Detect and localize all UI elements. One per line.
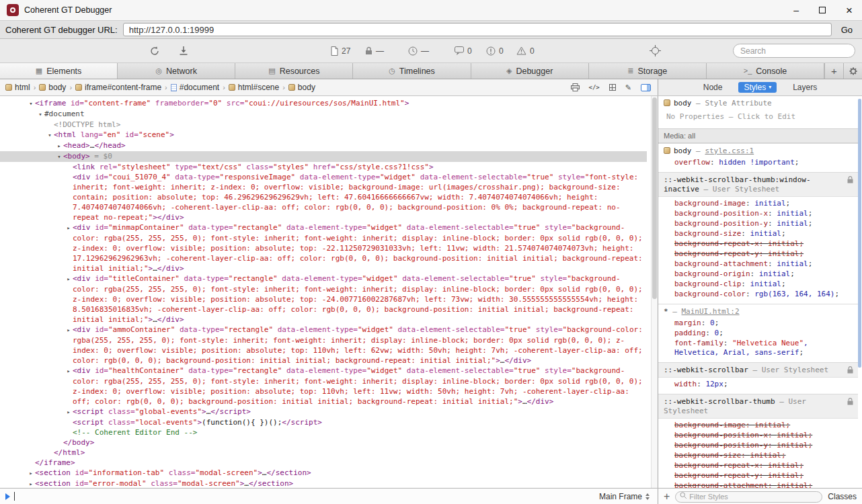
print-icon[interactable] (571, 83, 580, 91)
tab-resources[interactable]: ▤Resources (235, 63, 353, 79)
dom-tree-line[interactable]: ▸<div id="healthContainer" data-type="re… (0, 366, 647, 407)
search-input[interactable] (733, 44, 855, 58)
close-button[interactable]: × (846, 5, 853, 16)
disclosure-closed-icon[interactable]: ▸ (65, 325, 73, 335)
style-rule-header[interactable]: * — MainUI.html:2 (658, 304, 858, 319)
css-property[interactable]: width: 12px; (658, 380, 858, 390)
breadcrumb-item[interactable]: body (288, 83, 315, 92)
css-property[interactable]: background-size: initial; (658, 229, 858, 239)
dom-tree-line[interactable]: <!DOCTYPE html> (0, 120, 647, 130)
add-panel-button[interactable]: + (824, 63, 843, 79)
css-property[interactable]: background-image: initial; (658, 421, 858, 431)
disclosure-closed-icon[interactable]: ▸ (65, 407, 73, 417)
disclosure-open-icon[interactable]: ▾ (55, 152, 63, 162)
dom-tree-line[interactable]: ▸<section id="error-modal" class="modal-… (0, 478, 647, 488)
dom-tree-line[interactable]: ▾#document (0, 109, 647, 120)
css-property[interactable]: background-position-y: initial; (658, 441, 858, 451)
tab-elements[interactable]: ▦Elements (0, 63, 118, 79)
dom-tree-line[interactable]: ▸<div id="titleContainer" data-type="rec… (0, 274, 647, 325)
css-property[interactable]: background-repeat-y: initial; (658, 249, 858, 259)
tab-storage[interactable]: ≣Storage (589, 63, 707, 79)
disclosure-open-icon[interactable]: ▾ (27, 99, 35, 109)
dom-tree-line[interactable]: <div id="coui_51070_4" data-type="respon… (0, 172, 647, 222)
breadcrumb-item[interactable]: html#scene (229, 83, 279, 92)
style-rule-header[interactable]: body — Style Attribute (658, 96, 858, 110)
reload-button[interactable] (149, 39, 160, 62)
dom-tree-line[interactable]: </html> (0, 448, 647, 458)
css-property[interactable]: background-clip: initial; (658, 280, 858, 290)
sidebar-tab-layers[interactable]: Layers (793, 83, 817, 92)
css-property[interactable]: background-size: initial; (658, 451, 858, 461)
style-rule-header[interactable]: ::-webkit-scrollbar-thumb:window-inactiv… (658, 173, 858, 197)
dom-tree-line[interactable]: ▸<section id="information-tab" class="mo… (0, 468, 647, 478)
rule-source[interactable]: MainUI.html:2 (682, 307, 740, 316)
dom-tree-line[interactable]: </body> (0, 437, 647, 448)
grid-overlay-icon[interactable] (609, 84, 616, 91)
rule-source[interactable]: style.css:1 (705, 146, 754, 155)
url-input[interactable] (123, 23, 832, 36)
filter-styles-input[interactable] (675, 491, 822, 503)
show-source-icon[interactable]: </> (589, 84, 600, 91)
dom-tree-line[interactable]: <link rel="stylesheet" type="text/css" c… (0, 162, 647, 172)
minimize-button[interactable]: – (793, 5, 799, 15)
css-property[interactable]: background-repeat-x: initial; (658, 239, 858, 249)
breadcrumb-item[interactable]: html (5, 83, 30, 92)
breadcrumb-item[interactable]: #document (171, 83, 219, 92)
dom-tree-line[interactable]: ▸<script class="global-events">…</script… (0, 407, 647, 417)
css-property[interactable]: background-position-y: initial; (658, 219, 858, 229)
css-property[interactable]: background-position-x: initial; (658, 431, 858, 441)
dom-tree-scrollbar-thumb[interactable] (652, 97, 657, 299)
new-rule-button[interactable]: + (664, 491, 670, 502)
css-property[interactable]: background-repeat-x: initial; (658, 461, 858, 471)
lock-indicator[interactable]: — (365, 39, 384, 62)
tab-timelines[interactable]: ◷Timelines (353, 63, 471, 79)
dom-tree-line[interactable]: ▾<body> = $0 (0, 151, 647, 162)
styles-scrollbar-thumb[interactable] (858, 99, 861, 368)
dom-tree-line[interactable]: ▸<div id="ammoContainer" data-type="rect… (0, 325, 647, 366)
disclosure-closed-icon[interactable]: ▸ (27, 468, 35, 478)
time-indicator[interactable]: — (408, 39, 429, 62)
style-rule-header[interactable]: ::-webkit-scrollbar — User Stylesheet (658, 363, 858, 378)
tab-network[interactable]: ◎Network (118, 63, 235, 79)
css-property[interactable]: background-attachment: initial; (658, 259, 858, 269)
download-button[interactable] (179, 39, 188, 62)
classes-button[interactable]: Classes (828, 492, 857, 501)
dom-tree-line[interactable]: </iframe> (0, 458, 647, 468)
dom-tree-line[interactable]: <!-- Coherent Editor End --> (0, 427, 647, 437)
disclosure-closed-icon[interactable]: ▸ (55, 141, 63, 151)
css-property[interactable]: padding: 0; (658, 329, 858, 339)
dom-tree-line[interactable]: ▸<head>…</head> (0, 140, 647, 151)
dom-tree-line[interactable]: ▾<iframe id="content-frame" frameborder=… (0, 98, 647, 109)
dom-tree-line[interactable]: <script class="local-events">(function()… (0, 417, 647, 427)
disclosure-open-icon[interactable]: ▾ (36, 110, 44, 120)
frame-selector[interactable]: Main Frame (592, 492, 650, 501)
css-property[interactable]: background-position-x: initial; (658, 209, 858, 219)
style-rule-header[interactable]: ::-webkit-scrollbar-thumb — User Stylesh… (658, 394, 858, 419)
disclosure-closed-icon[interactable]: ▸ (65, 366, 73, 376)
dom-tree-line[interactable]: ▾<html lang="en" id="scene"> (0, 130, 647, 140)
css-property[interactable]: background-image: initial; (658, 199, 858, 209)
edit-icon[interactable]: ✎ (625, 83, 631, 92)
css-property[interactable]: overflow: hidden !important; (658, 158, 858, 168)
breadcrumb-item[interactable]: body (39, 83, 66, 92)
css-property[interactable]: background-attachment: initial; (658, 481, 858, 488)
settings-button[interactable] (843, 63, 862, 79)
disclosure-open-icon[interactable]: ▾ (46, 130, 54, 140)
style-rule-header[interactable]: body — style.css:1 (658, 144, 858, 158)
maximize-button[interactable] (819, 7, 826, 13)
go-button[interactable]: Go (837, 25, 857, 35)
css-property[interactable]: font-family: "Helvetica Neue", Helvetica… (658, 339, 858, 358)
css-property[interactable]: margin: 0; (658, 319, 858, 329)
resource-count[interactable]: 27 (331, 39, 350, 62)
disclosure-closed-icon[interactable]: ▸ (27, 479, 35, 488)
log-count[interactable]: 0 (455, 39, 472, 62)
tab-debugger[interactable]: ◈Debugger (471, 63, 589, 79)
sidebar-tab-node[interactable]: Node (703, 83, 723, 92)
warning-count[interactable]: 0 (516, 39, 535, 62)
element-picker-button[interactable] (650, 39, 661, 62)
issue-count[interactable]: 0 (486, 39, 504, 62)
sidebar-tab-styles[interactable]: Styles▾ (738, 82, 777, 93)
sidebar-toggle-icon[interactable] (641, 84, 651, 91)
disclosure-closed-icon[interactable]: ▸ (65, 223, 73, 233)
css-property[interactable]: background-color: rgb(163, 164, 164); (658, 290, 858, 300)
